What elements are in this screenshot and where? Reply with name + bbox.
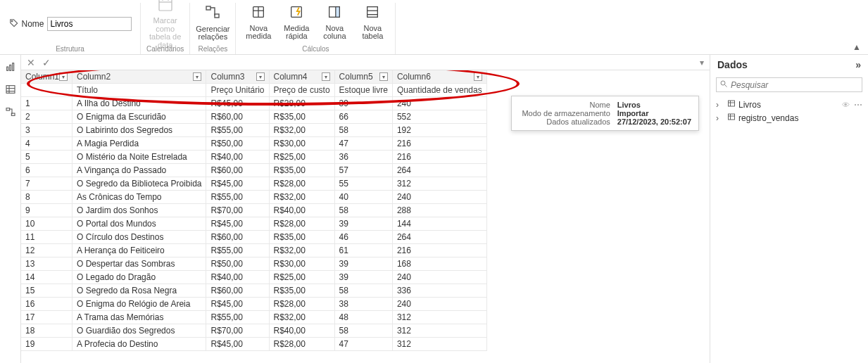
table-cell[interactable]: 66	[334, 110, 392, 124]
table-cell[interactable]: R$55,00	[206, 191, 269, 204]
table-cell[interactable]: 9	[21, 204, 73, 217]
table-row[interactable]: 13O Despertar das SombrasR$50,00R$30,003…	[21, 257, 486, 271]
table-cell[interactable]: R$60,00	[206, 110, 269, 124]
column-header[interactable]: Column5▾	[334, 70, 392, 84]
table-cell[interactable]: O Círculo dos Destinos	[73, 231, 206, 244]
table-cell[interactable]: 39	[334, 97, 392, 110]
table-cell[interactable]: 1	[21, 97, 73, 110]
filter-icon[interactable]: ▾	[379, 72, 388, 81]
table-cell[interactable]: 58	[334, 124, 392, 137]
table-cell[interactable]: A Profecia do Destino	[73, 338, 206, 351]
table-row[interactable]: 9O Jardim dos SonhosR$70,00R$40,0058288	[21, 204, 486, 217]
table-cell[interactable]: R$40,00	[206, 151, 269, 164]
filter-icon[interactable]: ▾	[59, 72, 68, 81]
table-cell[interactable]: 7	[21, 177, 73, 191]
table-row[interactable]: 1A Ilha do DestinoR$45,00R$28,0039240	[21, 97, 486, 110]
nova-tabela-button[interactable]: Nova tabela	[356, 3, 389, 42]
table-cell[interactable]: 39	[334, 217, 392, 231]
table-cell[interactable]: A Ilha do Destino	[73, 97, 206, 110]
table-row[interactable]: 17A Trama das MemóriasR$55,00R$32,004831…	[21, 311, 486, 324]
filter-icon[interactable]: ▾	[322, 72, 330, 81]
table-cell[interactable]: 6	[21, 164, 73, 177]
model-view-icon[interactable]	[4, 106, 17, 118]
table-cell[interactable]: A Herança do Feiticeiro	[73, 244, 206, 257]
table-cell[interactable]: R$40,00	[269, 204, 334, 217]
table-cell[interactable]: R$60,00	[206, 164, 269, 177]
table-cell[interactable]: 15	[21, 284, 73, 298]
table-cell[interactable]: 5	[21, 151, 73, 164]
column-header[interactable]: Column3▾	[206, 70, 269, 84]
table-cell[interactable]: R$40,00	[206, 271, 269, 284]
table-row[interactable]: 5O Mistério da Noite EstreladaR$40,00R$2…	[21, 151, 486, 164]
table-row[interactable]: 3O Labirinto dos SegredosR$55,00R$32,005…	[21, 124, 486, 137]
table-cell[interactable]: R$28,00	[269, 97, 334, 110]
table-cell[interactable]: 240	[392, 271, 486, 284]
table-cell[interactable]: 12	[21, 244, 73, 257]
table-cell[interactable]: R$70,00	[206, 204, 269, 217]
more-icon[interactable]: ⋯	[854, 100, 862, 110]
table-cell[interactable]: 17	[21, 311, 73, 324]
table-cell[interactable]: 312	[392, 324, 486, 338]
table-cell[interactable]: 216	[392, 244, 486, 257]
table-cell[interactable]: 4	[21, 137, 73, 151]
table-cell[interactable]: O Legado do Dragão	[73, 271, 206, 284]
table-cell[interactable]: 47	[334, 137, 392, 151]
table-row[interactable]: 10O Portal dos MundosR$45,00R$28,0039144	[21, 217, 486, 231]
table-cell[interactable]: 8	[21, 191, 73, 204]
table-row[interactable]: 6A Vingança do PassadoR$60,00R$35,005726…	[21, 164, 486, 177]
table-cell[interactable]: R$30,00	[269, 257, 334, 271]
table-cell[interactable]: A Magia Perdida	[73, 137, 206, 151]
table-cell[interactable]: R$28,00	[269, 298, 334, 311]
table-cell[interactable]: R$28,00	[269, 338, 334, 351]
table-cell[interactable]: 216	[392, 151, 486, 164]
table-cell[interactable]: R$32,00	[269, 311, 334, 324]
table-cell[interactable]: 312	[392, 311, 486, 324]
table-cell[interactable]: R$55,00	[206, 124, 269, 137]
table-cell[interactable]: 11	[21, 231, 73, 244]
table-cell[interactable]: 36	[334, 151, 392, 164]
table-cell[interactable]: 58	[334, 284, 392, 298]
data-view-icon[interactable]	[4, 83, 17, 96]
table-row[interactable]: 18O Guardião dos SegredosR$70,00R$40,005…	[21, 324, 486, 338]
table-cell[interactable]: 168	[392, 257, 486, 271]
table-cell[interactable]: As Crônicas do Tempo	[73, 191, 206, 204]
formula-bar[interactable]: ✕ ✓ ▾	[21, 55, 710, 70]
table-cell[interactable]: O Portal dos Mundos	[73, 217, 206, 231]
tree-table-node[interactable]: ›Livros👁⋯	[713, 98, 865, 111]
table-row[interactable]: 14O Legado do DragãoR$40,00R$25,0039240	[21, 271, 486, 284]
table-cell[interactable]: 3	[21, 124, 73, 137]
table-row[interactable]: 15O Segredo da Rosa NegraR$60,00R$35,005…	[21, 284, 486, 298]
table-cell[interactable]: R$32,00	[269, 191, 334, 204]
dados-expand-icon[interactable]: »	[855, 59, 861, 70]
table-cell[interactable]: O Enigma da Escuridão	[73, 110, 206, 124]
dados-search-input[interactable]	[731, 80, 859, 90]
table-cell[interactable]: R$25,00	[269, 151, 334, 164]
table-cell[interactable]: 55	[334, 177, 392, 191]
table-cell[interactable]: R$35,00	[269, 164, 334, 177]
table-cell[interactable]: R$32,00	[269, 244, 334, 257]
table-cell[interactable]: R$60,00	[206, 284, 269, 298]
column-header[interactable]: Column6▾	[392, 70, 486, 84]
table-cell[interactable]: 57	[334, 164, 392, 177]
data-grid[interactable]: Column1▾Column2▾Column3▾Column4▾Column5▾…	[21, 70, 487, 351]
medida-rapida-button[interactable]: Medida rápida	[279, 3, 313, 42]
table-cell[interactable]: 48	[334, 311, 392, 324]
table-cell[interactable]: 288	[392, 204, 486, 217]
formula-cancel-icon[interactable]: ✕	[27, 57, 35, 68]
table-cell[interactable]: 18	[21, 324, 73, 338]
table-row[interactable]: 7O Segredo da Biblioteca ProibidaR$45,00…	[21, 177, 486, 191]
table-cell[interactable]: R$28,00	[269, 217, 334, 231]
table-cell[interactable]: 216	[392, 137, 486, 151]
table-cell[interactable]: O Enigma do Relógio de Areia	[73, 298, 206, 311]
table-cell[interactable]: 47	[334, 338, 392, 351]
table-cell[interactable]: 38	[334, 298, 392, 311]
collapse-ribbon-icon[interactable]: ▲	[853, 42, 861, 52]
table-cell[interactable]: R$32,00	[269, 124, 334, 137]
filter-icon[interactable]: ▾	[256, 72, 265, 81]
table-cell[interactable]: R$28,00	[269, 177, 334, 191]
table-cell[interactable]: R$55,00	[206, 311, 269, 324]
table-cell[interactable]: 39	[334, 257, 392, 271]
table-cell[interactable]: O Mistério da Noite Estrelada	[73, 151, 206, 164]
table-row[interactable]: 4A Magia PerdidaR$50,00R$30,0047216	[21, 137, 486, 151]
table-name-input[interactable]	[47, 17, 132, 31]
